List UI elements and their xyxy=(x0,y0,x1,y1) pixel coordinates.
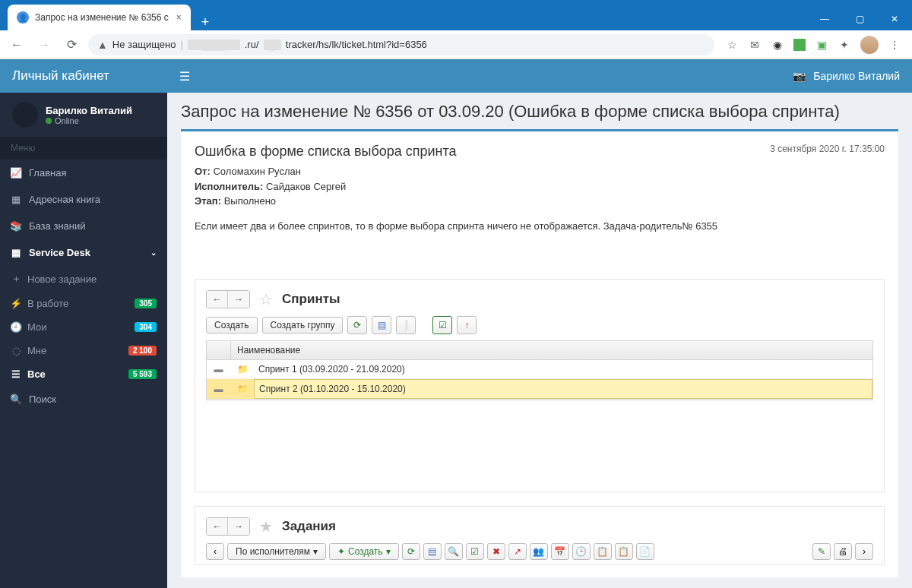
url-path: tracker/hs/lk/ticket.html?id=6356 xyxy=(286,39,427,50)
topbar: ☰ 📷 Барилко Виталий xyxy=(167,59,912,93)
ext-green-icon[interactable] xyxy=(793,39,806,51)
shield-icon[interactable]: ◉ xyxy=(771,38,784,52)
edit-icon[interactable]: ✎ xyxy=(812,543,831,560)
col-expand xyxy=(207,341,231,359)
url-domain-suffix: .ru/ xyxy=(245,39,259,50)
minimize-button[interactable]: — xyxy=(807,8,842,30)
close-window-button[interactable]: ✕ xyxy=(877,8,912,30)
star-icon[interactable]: ☆ xyxy=(259,290,273,308)
find-icon[interactable]: 🔍 xyxy=(445,543,463,560)
by-assignee-button[interactable]: По исполнителям ▾ xyxy=(227,543,326,560)
folder-icon: 📁 xyxy=(231,360,254,378)
circle-icon: ◌ xyxy=(11,345,21,356)
star-icon[interactable]: ★ xyxy=(259,517,273,536)
app-logo[interactable]: Личный кабинет xyxy=(0,59,167,93)
browser-extensions: ☆ ✉ ◉ ▣ ✦ ⋮ xyxy=(720,36,906,54)
new-tab-button[interactable]: + xyxy=(191,14,220,30)
sprints-toolbar: Создать Создать группу ⟳ ▤ ❕ ☑ ↑ xyxy=(206,311,873,339)
content-scroll[interactable]: Запрос на изменение № 6356 от 03.09.20 (… xyxy=(167,93,912,588)
nav-sub-new-label: Новое задание xyxy=(27,273,97,285)
create-button[interactable]: Создать xyxy=(206,317,258,334)
schedule-icon[interactable]: 📅 xyxy=(551,543,569,560)
nav-sub-all[interactable]: ☰ Все 5 593 xyxy=(0,362,167,386)
favicon-icon: 👤 xyxy=(17,11,29,24)
extensions-icon[interactable]: ✦ xyxy=(838,38,851,52)
sidebar-user-block: Барилко Виталий Online xyxy=(0,93,167,137)
grid-header: Наименование xyxy=(207,341,872,360)
tasks-toolbar: ‹ По исполнителям ▾ ✦ Создать ▾ ⟳ ▤ 🔍 ☑ … xyxy=(206,539,873,564)
people-icon[interactable]: 👥 xyxy=(530,543,548,560)
nav-main[interactable]: 📈 Главная xyxy=(0,160,167,186)
nav-sub-mine[interactable]: 🕘 Мои 304 xyxy=(0,315,167,339)
menu-icon[interactable]: ⋮ xyxy=(888,38,901,52)
browser-tab[interactable]: 👤 Запрос на изменение № 6356 с × xyxy=(8,5,191,30)
forward-button[interactable]: → xyxy=(33,34,55,55)
close-tab-icon[interactable]: × xyxy=(176,12,182,23)
nav-search-label: Поиск xyxy=(29,394,56,405)
ticket-stage: Этап: Выполнено xyxy=(195,194,885,209)
sprints-nav: ← → xyxy=(206,290,250,308)
list-icon-button[interactable]: ▤ xyxy=(372,316,391,334)
window-controls: — ▢ ✕ xyxy=(807,8,912,30)
refresh-green-icon[interactable]: ⟳ xyxy=(347,316,367,334)
check-icon[interactable]: ☑ xyxy=(466,543,484,560)
check-green-icon[interactable]: ☑ xyxy=(432,316,452,334)
list2-icon[interactable]: ▤ xyxy=(423,543,442,560)
star-icon[interactable]: ☆ xyxy=(725,38,739,52)
nav-kb[interactable]: 📚 База знаний xyxy=(0,213,167,239)
page-title: Запрос на изменение № 6356 от 03.09.20 (… xyxy=(181,102,898,122)
nav-sub-tome[interactable]: ◌ Мне 2 100 xyxy=(0,339,167,362)
tab-title: Запрос на изменение № 6356 с xyxy=(35,12,169,23)
nav-search[interactable]: 🔍 Поиск xyxy=(0,386,167,413)
col-name[interactable]: Наименование xyxy=(231,341,872,359)
menu-header: Меню xyxy=(0,137,167,160)
sprints-forward-button[interactable]: → xyxy=(228,291,249,308)
table-row[interactable]: ▬ 📁 Спринт 2 (01.10.2020 - 15.10.2020) xyxy=(207,379,872,400)
arrow-up-red-icon[interactable]: ↑ xyxy=(457,316,477,334)
sprints-back-button[interactable]: ← xyxy=(207,291,228,308)
nav-sub-work[interactable]: ⚡ В работе 305 xyxy=(0,292,167,315)
doc-icon[interactable]: 📄 xyxy=(636,543,654,560)
ticket-from: От: Соломахин Руслан xyxy=(195,164,885,179)
copy2-icon[interactable]: 📋 xyxy=(615,543,633,560)
collapse-icon[interactable]: ▬ xyxy=(207,360,231,378)
nav-sub-new[interactable]: ＋ Новое задание xyxy=(0,266,167,292)
red-x-icon[interactable]: ✖ xyxy=(487,543,505,560)
arrow-icon[interactable]: ↗ xyxy=(508,543,527,560)
warning-icon: ▲ xyxy=(97,39,108,51)
reload-button[interactable]: ⟳ xyxy=(61,34,82,55)
ext-camera-icon[interactable]: ▣ xyxy=(815,38,828,52)
ticket-assignee: Исполнитель: Сайдаков Сергей xyxy=(195,179,885,194)
nav-servicedesk[interactable]: ▦ Service Desk ⌄ xyxy=(0,239,167,266)
sprints-title: Спринты xyxy=(282,292,340,307)
back-button[interactable]: ← xyxy=(6,34,27,55)
clock2-icon[interactable]: 🕒 xyxy=(572,543,591,560)
address-bar[interactable]: ▲ Не защищено | ____ .ru/ _ tracker/hs/l… xyxy=(88,34,714,55)
topbar-user[interactable]: 📷 Барилко Виталий xyxy=(793,70,900,82)
collapse-icon[interactable]: ▬ xyxy=(207,380,231,398)
refresh-icon[interactable]: ⟳ xyxy=(402,543,420,560)
tasks-title: Задания xyxy=(282,519,336,534)
profile-avatar[interactable] xyxy=(860,36,879,54)
plus-icon: ＋ xyxy=(11,272,21,286)
nav-addressbook[interactable]: ▦ Адресная книга xyxy=(0,186,167,213)
browser-toolbar: ← → ⟳ ▲ Не защищено | ____ .ru/ _ tracke… xyxy=(0,30,912,59)
mail-icon[interactable]: ✉ xyxy=(748,38,762,52)
maximize-button[interactable]: ▢ xyxy=(842,8,877,30)
badge-work: 305 xyxy=(135,299,157,308)
tasks-next-icon[interactable]: › xyxy=(855,543,873,560)
copy-icon[interactable]: 📋 xyxy=(594,543,612,560)
print-icon[interactable]: 🖨 xyxy=(834,543,852,560)
tasks-nav: ← → xyxy=(206,517,250,536)
badge-mine: 304 xyxy=(135,322,157,332)
tasks-create-button[interactable]: ✦ Создать ▾ xyxy=(329,543,399,560)
table-row[interactable]: ▬ 📁 Спринт 1 (03.09.2020 - 21.09.2020) xyxy=(207,360,872,379)
row-name-1: Спринт 2 (01.10.2020 - 15.10.2020) xyxy=(254,379,872,399)
warning-icon-button[interactable]: ❕ xyxy=(396,316,416,334)
create-group-button[interactable]: Создать группу xyxy=(262,317,344,334)
hamburger-icon[interactable]: ☰ xyxy=(179,69,190,84)
tasks-back-button[interactable]: ← xyxy=(207,518,228,535)
tasks-prev-icon[interactable]: ‹ xyxy=(206,543,224,560)
tasks-forward-button[interactable]: → xyxy=(228,518,249,535)
clock-icon: 🕘 xyxy=(11,321,21,333)
